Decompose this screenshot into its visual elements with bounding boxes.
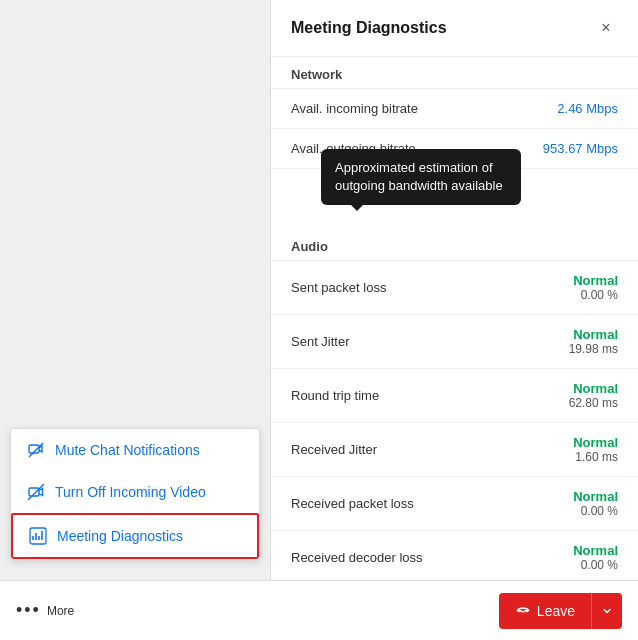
round-trip-row: Round trip time Normal 62.80 ms [271,369,638,423]
context-menu: Mute Chat Notifications Turn Off Incomin… [10,428,260,560]
menu-item-mute-chat[interactable]: Mute Chat Notifications [11,429,259,471]
received-packet-loss-row: Received packet loss Normal 0.00 % [271,477,638,531]
diagnostics-title: Meeting Diagnostics [291,19,447,37]
outgoing-tooltip: Approximated estimation of outgoing band… [321,149,521,205]
chat-mute-icon [27,441,45,459]
avail-outgoing-value: 953.67 Mbps [543,141,618,156]
leave-main[interactable]: Leave [499,593,592,629]
sent-jitter-value: Normal 19.98 ms [569,327,618,356]
received-decoder-loss-label: Received decoder loss [291,550,423,565]
sent-jitter-status: Normal [573,327,618,342]
leave-label: Leave [537,603,575,619]
received-decoder-loss-num: 0.00 % [581,558,618,572]
sent-jitter-label: Sent Jitter [291,334,350,349]
bottom-bar-left: ••• More [0,580,270,640]
received-jitter-label: Received Jitter [291,442,377,457]
received-decoder-loss-status: Normal [573,543,618,558]
sent-jitter-num: 19.98 ms [569,342,618,356]
right-panel: Meeting Diagnostics × Network Avail. inc… [270,0,638,640]
audio-section-header: Audio [271,229,638,261]
video-off-icon [27,483,45,501]
received-jitter-value: Normal 1.60 ms [573,435,618,464]
avail-incoming-label: Avail. incoming bitrate [291,101,418,116]
sent-jitter-row: Sent Jitter Normal 19.98 ms [271,315,638,369]
left-panel: Mute Chat Notifications Turn Off Incomin… [0,0,270,640]
sent-packet-loss-num: 0.00 % [581,288,618,302]
turn-off-video-label: Turn Off Incoming Video [55,484,206,500]
bottom-bar-right: Leave [270,580,638,640]
round-trip-value: Normal 62.80 ms [569,381,618,410]
diagnostics-content: Network Avail. incoming bitrate 2.46 Mbp… [271,57,638,640]
mute-chat-label: Mute Chat Notifications [55,442,200,458]
received-jitter-row: Received Jitter Normal 1.60 ms [271,423,638,477]
received-jitter-num: 1.60 ms [575,450,618,464]
round-trip-num: 62.80 ms [569,396,618,410]
received-jitter-status: Normal [573,435,618,450]
diagnostics-icon [29,527,47,545]
received-packet-loss-num: 0.00 % [581,504,618,518]
chevron-down-icon [602,606,612,616]
svg-line-3 [28,484,44,500]
leave-button[interactable]: Leave [499,593,622,629]
sent-packet-loss-value: Normal 0.00 % [573,273,618,302]
network-section-header: Network [271,57,638,89]
avail-incoming-value: 2.46 Mbps [557,101,618,116]
leave-dropdown-arrow[interactable] [592,596,622,626]
received-packet-loss-status: Normal [573,489,618,504]
avail-outgoing-row: Avail. outgoing bitrate 953.67 Mbps Appr… [271,129,638,169]
more-dots: ••• [16,600,41,621]
menu-item-meeting-diagnostics[interactable]: Meeting Diagnostics [11,513,259,559]
sent-packet-loss-row: Sent packet loss Normal 0.00 % [271,261,638,315]
round-trip-label: Round trip time [291,388,379,403]
avail-incoming-row: Avail. incoming bitrate 2.46 Mbps [271,89,638,129]
received-packet-loss-label: Received packet loss [291,496,414,511]
avail-outgoing-label: Avail. outgoing bitrate [291,141,416,156]
received-decoder-loss-value: Normal 0.00 % [573,543,618,572]
diagnostics-header: Meeting Diagnostics × [271,0,638,57]
sent-packet-loss-status: Normal [573,273,618,288]
meeting-diagnostics-label: Meeting Diagnostics [57,528,183,544]
close-button[interactable]: × [594,16,618,40]
sent-packet-loss-label: Sent packet loss [291,280,386,295]
received-decoder-loss-row: Received decoder loss Normal 0.00 % [271,531,638,585]
menu-item-turn-off-video[interactable]: Turn Off Incoming Video [11,471,259,513]
received-packet-loss-value: Normal 0.00 % [573,489,618,518]
more-label: More [47,604,74,618]
round-trip-status: Normal [573,381,618,396]
phone-leave-icon [515,603,531,619]
